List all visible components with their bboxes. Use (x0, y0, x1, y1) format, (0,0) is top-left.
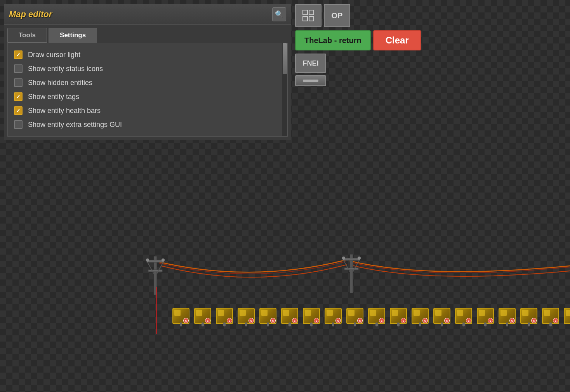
entity-badge: 6 (270, 318, 276, 323)
scrollbar[interactable] (282, 43, 287, 136)
op-button[interactable]: OP (324, 4, 350, 27)
svg-rect-1 (147, 260, 164, 262)
entity-badge: 6 (553, 318, 558, 323)
checkbox-label-1: Show entity status icons (28, 65, 103, 73)
entity-body: 6 (281, 308, 298, 324)
entity-badge: 6 (422, 318, 428, 323)
grid-icon (302, 9, 315, 22)
bar-indicator (303, 80, 318, 82)
entity-unit: 6 (497, 308, 517, 328)
entity-health-indicator (155, 287, 158, 334)
settings-item-3[interactable]: Show entity tags (11, 90, 284, 104)
svg-line-10 (344, 260, 350, 272)
map-editor-panel: Map editor 🔍 Tools Settings Draw cursor … (4, 4, 291, 140)
entity-unit: 6 (345, 308, 365, 328)
entity-body: 6 (455, 308, 472, 324)
entity-badge: 6 (488, 318, 493, 323)
entity-unit: 6 (540, 308, 561, 328)
entity-body: 6 (303, 308, 320, 324)
entity-badge: 6 (292, 318, 297, 323)
checkbox-1[interactable] (14, 64, 23, 73)
entity-unit: 6 (454, 308, 474, 328)
svg-line-3 (148, 262, 154, 274)
entity-body: 6 (172, 308, 189, 324)
entity-body: 6 (368, 308, 385, 324)
entity-badge: 6 (314, 318, 319, 323)
entity-body: 6 (194, 308, 211, 324)
entity-body: 6 (499, 308, 516, 324)
grid-button[interactable] (295, 4, 321, 27)
settings-item-1[interactable]: Show entity status icons (11, 62, 284, 76)
tab-tools[interactable]: Tools (7, 28, 47, 43)
checkbox-0[interactable] (14, 50, 23, 59)
small-bar-button[interactable] (295, 75, 326, 86)
entity-unit: 6 (171, 308, 191, 328)
search-button[interactable]: 🔍 (272, 7, 286, 21)
clear-button[interactable]: Clear (373, 30, 421, 50)
checkbox-2[interactable] (14, 78, 23, 87)
settings-panel-content: Draw cursor lightShow entity status icon… (7, 43, 288, 137)
entity-badge: 6 (466, 318, 471, 323)
entity-body: 6 (564, 308, 570, 324)
svg-rect-18 (309, 16, 314, 21)
entity-body: 6 (412, 308, 429, 324)
entity-body: 6 (259, 308, 276, 324)
settings-item-2[interactable]: Show hidden entities (11, 76, 284, 90)
entity-badge: 6 (335, 318, 341, 323)
panel-title-bar: Map editor 🔍 (4, 4, 291, 25)
entity-badge: 6 (444, 318, 450, 323)
panel-title: Map editor (9, 9, 52, 19)
entity-unit: 6 (432, 308, 452, 328)
entity-body: 6 (433, 308, 450, 324)
entity-unit: 6 (214, 308, 235, 328)
settings-item-5[interactable]: Show entity extra settings GUI (11, 118, 284, 132)
entity-badge: 6 (249, 318, 254, 323)
right-panel: OP TheLab - return Clear FNEI (295, 4, 421, 86)
settings-list: Draw cursor lightShow entity status icon… (11, 48, 284, 132)
checkbox-label-4: Show entity health bars (28, 107, 101, 115)
power-pole-right (340, 246, 363, 293)
checkbox-label-5: Show entity extra settings GUI (28, 121, 122, 129)
entities-row: 6 6 6 6 6 6 (171, 308, 570, 328)
entity-body: 6 (325, 308, 342, 324)
entity-badge: 6 (205, 318, 210, 323)
fnei-button[interactable]: FNEI (295, 54, 326, 73)
entity-badge: 6 (183, 318, 189, 323)
entity-badge: 6 (401, 318, 406, 323)
entity-unit: 6 (193, 308, 213, 328)
top-toolbar: OP (295, 4, 421, 27)
entity-badge: 6 (227, 318, 232, 323)
svg-point-5 (146, 258, 149, 262)
scrollbar-thumb (283, 43, 287, 74)
svg-rect-16 (309, 10, 314, 15)
entity-unit: 6 (301, 308, 321, 328)
entity-unit: 6 (236, 308, 256, 328)
entity-unit: 6 (410, 308, 430, 328)
checkbox-4[interactable] (14, 106, 23, 115)
checkbox-label-0: Draw cursor light (28, 51, 80, 59)
svg-line-11 (353, 260, 359, 272)
svg-point-13 (358, 257, 361, 260)
svg-rect-15 (303, 10, 308, 15)
panel-tabs: Tools Settings (4, 25, 291, 43)
checkbox-5[interactable] (14, 120, 23, 129)
settings-item-0[interactable]: Draw cursor light (11, 48, 284, 62)
entity-body: 6 (542, 308, 559, 324)
entity-unit: 6 (280, 308, 300, 328)
tab-settings[interactable]: Settings (49, 28, 97, 43)
checkbox-label-2: Show hidden entities (28, 79, 92, 87)
entity-unit: 6 (367, 308, 387, 328)
entity-unit: 6 (562, 308, 570, 328)
checkbox-label-3: Show entity tags (28, 93, 79, 101)
entity-body: 6 (238, 308, 255, 324)
thelab-return-button[interactable]: TheLab - return (295, 30, 371, 50)
checkbox-3[interactable] (14, 92, 23, 101)
entity-unit: 6 (258, 308, 278, 328)
svg-line-4 (157, 262, 163, 274)
svg-rect-2 (148, 270, 162, 272)
entity-unit: 6 (475, 308, 495, 328)
entity-unit: 6 (519, 308, 539, 328)
svg-rect-9 (344, 268, 358, 270)
entity-body: 6 (520, 308, 537, 324)
settings-item-4[interactable]: Show entity health bars (11, 104, 284, 118)
